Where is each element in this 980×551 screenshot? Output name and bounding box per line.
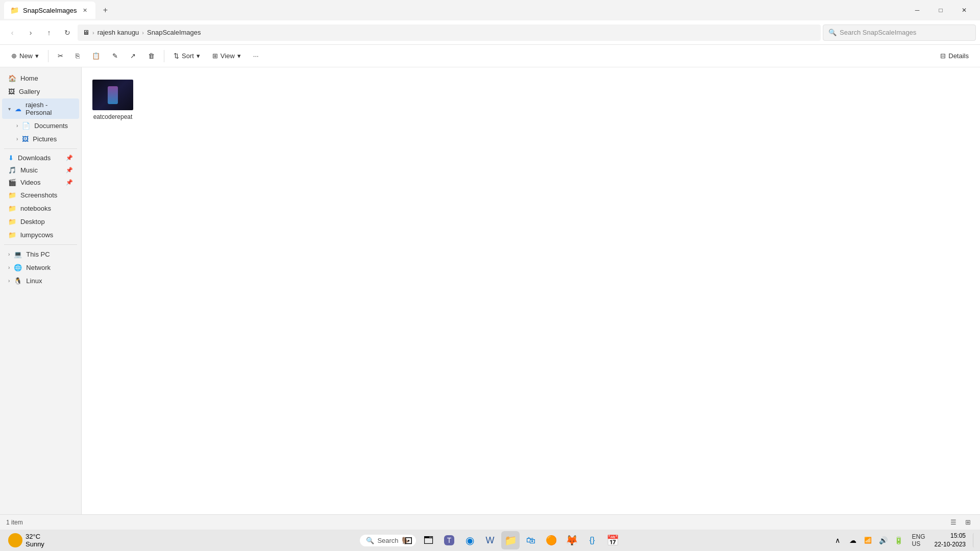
minimize-button[interactable]: ─ — [905, 0, 929, 20]
view-label: View — [220, 52, 235, 60]
word-button[interactable]: W — [481, 531, 499, 549]
tab-close-button[interactable]: ✕ — [81, 6, 89, 14]
list-view-button[interactable]: ☰ — [947, 516, 960, 529]
sidebar-item-downloads[interactable]: ⬇ Downloads 📌 — [2, 152, 79, 164]
expand-icon-linux: › — [8, 278, 10, 284]
file-area: eatcoderepeat — [82, 67, 980, 514]
tray-speaker-icon[interactable]: 🔊 — [876, 533, 891, 547]
file-item-eatcoderepeat[interactable]: eatcoderepeat — [90, 76, 136, 124]
sidebar-item-pictures[interactable]: › 🖼 Pictures — [2, 133, 79, 145]
tray-cloud-icon[interactable]: ☁ — [846, 533, 860, 547]
view-chevron-icon: ▾ — [237, 52, 241, 60]
address-bar-computer-icon: 🖥 — [83, 29, 89, 36]
up-button[interactable]: ↑ — [41, 24, 57, 41]
search-taskbar-label: Search — [377, 537, 398, 544]
forward-button[interactable]: › — [22, 24, 39, 41]
sort-icon: ⇅ — [174, 52, 179, 60]
expand-icon-network: › — [8, 265, 10, 270]
sidebar-item-videos[interactable]: 🎬 Videos 📌 — [2, 177, 79, 188]
sidebar-item-linux[interactable]: › 🐧 Linux — [2, 274, 79, 287]
view-toggle-group: ☰ ⊞ — [947, 516, 974, 529]
tray-battery-icon[interactable]: 🔋 — [892, 533, 906, 547]
tray-expand-button[interactable]: ∧ — [830, 533, 845, 547]
file-name-eatcoderepeat: eatcoderepeat — [93, 113, 133, 120]
cloud-icon: ☁ — [15, 105, 21, 113]
maximize-button[interactable]: □ — [929, 0, 952, 20]
calendar-app-button[interactable]: 📅 — [603, 531, 622, 549]
sidebar-item-rajesh-personal[interactable]: ▾ ☁ rajesh - Personal — [2, 98, 79, 119]
sidebar-music-label: Music — [20, 166, 38, 174]
date-display: 22-10-2023 — [935, 540, 966, 549]
notebooks-icon: 📁 — [8, 205, 16, 212]
copy-button[interactable]: ⎘ — [70, 49, 85, 62]
sidebar-item-screenshots[interactable]: 📁 Screenshots — [2, 189, 79, 202]
sidebar-item-gallery[interactable]: 🖼 Gallery — [2, 85, 79, 98]
back-button[interactable]: ‹ — [4, 24, 20, 41]
sidebar-item-music[interactable]: 🎵 Music 📌 — [2, 164, 79, 176]
sort-button[interactable]: ⇅ Sort ▾ — [168, 49, 205, 62]
sidebar-item-notebooks[interactable]: 📁 notebooks — [2, 202, 79, 215]
pin-icon-music: 📌 — [66, 167, 73, 173]
view-button[interactable]: ⊞ View ▾ — [207, 49, 246, 62]
tray-wifi-icon[interactable]: 📶 — [861, 533, 875, 547]
share-button[interactable]: ↗ — [125, 49, 141, 62]
status-bar: 1 item ☰ ⊞ — [0, 514, 980, 530]
home-icon: 🏠 — [8, 74, 16, 82]
close-button[interactable]: ✕ — [952, 0, 976, 20]
copy-icon: ⎘ — [76, 52, 80, 60]
search-placeholder: Search SnapScaleImages — [840, 29, 916, 36]
paste-button[interactable]: 📋 — [87, 49, 105, 62]
weather-temp: 32°C — [26, 533, 44, 540]
clock[interactable]: 15:05 22-10-2023 — [932, 531, 969, 550]
show-desktop-button[interactable] — [973, 533, 976, 547]
widgets-button[interactable]: ⊡ — [399, 531, 418, 549]
search-box[interactable]: 🔍 Search SnapScaleImages — [823, 24, 976, 41]
details-button[interactable]: ⊟ Details — [935, 49, 974, 62]
chrome-button[interactable]: 🟠 — [542, 531, 560, 549]
delete-button[interactable]: 🗑 — [143, 49, 160, 62]
new-button[interactable]: ⊕ New ▾ — [6, 49, 44, 62]
search-icon: 🔍 — [828, 29, 837, 36]
more-button[interactable]: ··· — [248, 49, 264, 62]
sidebar: 🏠 Home 🖼 Gallery ▾ ☁ rajesh - Personal ›… — [0, 67, 82, 514]
share-icon: ↗ — [130, 52, 136, 60]
time-display: 15:05 — [935, 532, 966, 540]
sidebar-item-lumpycows[interactable]: 📁 lumpycows — [2, 229, 79, 241]
details-label: Details — [948, 52, 969, 60]
more-icon: ··· — [253, 52, 259, 60]
title-bar: 📁 SnapScaleImages ✕ + ─ □ ✕ — [0, 0, 980, 20]
sidebar-item-network[interactable]: › 🌐 Network — [2, 261, 79, 274]
file-explorer-button[interactable]: 📁 — [501, 531, 520, 549]
grid-view-button[interactable]: ⊞ — [962, 516, 974, 529]
sidebar-item-documents[interactable]: › 📄 Documents — [2, 119, 79, 132]
sidebar-notebooks-label: notebooks — [20, 205, 51, 212]
network-icon: 🌐 — [14, 264, 22, 271]
sidebar-item-desktop[interactable]: 📁 Desktop — [2, 215, 79, 228]
task-view-button[interactable]: 🗔 — [420, 531, 438, 549]
tab-label: SnapScaleImages — [23, 7, 77, 14]
sidebar-divider-2 — [4, 244, 77, 245]
cut-button[interactable]: ✂ — [53, 49, 68, 62]
search-taskbar-icon: 🔍 — [366, 537, 374, 544]
firefox-button[interactable]: 🦊 — [562, 531, 581, 549]
edge-browser-button[interactable]: ◉ — [460, 531, 479, 549]
desktop-icon: 📁 — [8, 218, 16, 226]
sidebar-item-home[interactable]: 🏠 Home — [2, 72, 79, 85]
breadcrumb-rajesh[interactable]: rajesh kanugu — [97, 29, 139, 36]
teams-button[interactable]: T — [440, 531, 458, 549]
search-taskbar-button[interactable]: 🔍 Search 🦫 — [379, 531, 397, 549]
window-controls: ─ □ ✕ — [905, 0, 976, 20]
refresh-button[interactable]: ↻ — [59, 24, 76, 41]
pin-icon-downloads: 📌 — [66, 155, 73, 161]
tab-snapscaleimages[interactable]: 📁 SnapScaleImages ✕ — [4, 2, 95, 19]
weather-widget[interactable]: 32°C Sunny — [4, 531, 48, 550]
store-button[interactable]: 🛍 — [522, 531, 540, 549]
this-pc-icon: 💻 — [14, 251, 22, 258]
sidebar-pictures-label: Pictures — [33, 135, 57, 143]
new-tab-button[interactable]: + — [97, 2, 114, 18]
vscode-button[interactable]: {} — [583, 531, 601, 549]
rename-button[interactable]: ✎ — [107, 49, 123, 62]
sidebar-item-this-pc[interactable]: › 💻 This PC — [2, 248, 79, 261]
breadcrumb-folder[interactable]: SnapScaleImages — [147, 29, 201, 36]
address-bar[interactable]: 🖥 › rajesh kanugu › SnapScaleImages — [78, 24, 821, 41]
